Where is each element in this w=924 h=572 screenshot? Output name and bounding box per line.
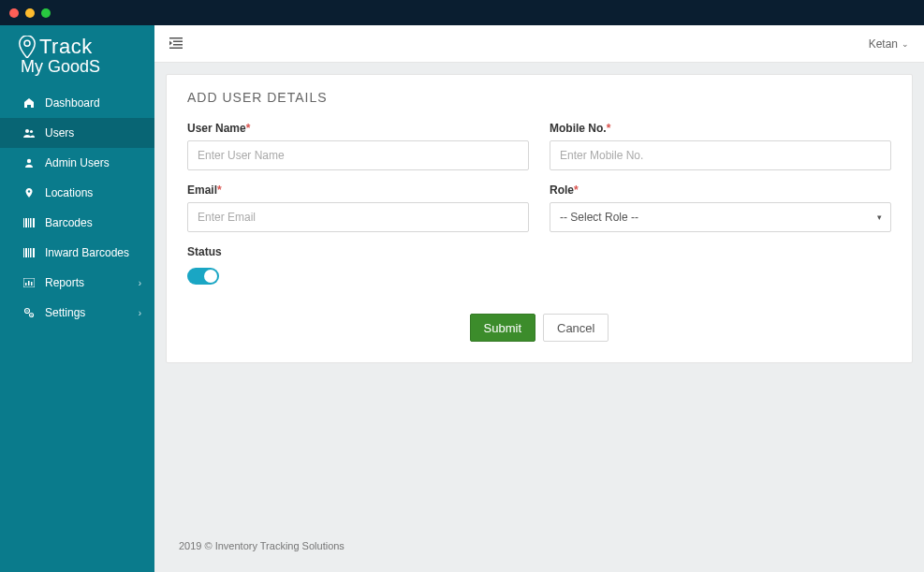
sidebar-item-locations[interactable]: Locations xyxy=(0,178,154,208)
indent-icon xyxy=(169,37,183,49)
barcode-icon xyxy=(22,246,36,259)
logo-text-line2: My GoodS xyxy=(21,57,145,77)
sidebar-item-reports[interactable]: Reports › xyxy=(0,268,154,298)
cancel-button[interactable]: Cancel xyxy=(543,314,609,342)
email-label: Email* xyxy=(187,183,529,197)
user-name: Ketan xyxy=(869,37,898,51)
svg-rect-7 xyxy=(28,218,29,227)
username-input[interactable] xyxy=(187,140,529,170)
window-minimize-icon[interactable] xyxy=(25,8,35,18)
svg-point-20 xyxy=(26,310,28,312)
svg-rect-13 xyxy=(30,248,32,257)
sidebar-item-dashboard[interactable]: Dashboard xyxy=(0,88,154,118)
gears-icon xyxy=(22,306,36,319)
content: ADD USER DETAILS User Name* Mobile No.* xyxy=(154,63,924,572)
svg-point-0 xyxy=(24,40,30,46)
svg-point-2 xyxy=(30,130,33,133)
sidebar-item-label: Reports xyxy=(45,276,84,289)
app-body: Track My GoodS Dashboard Users xyxy=(0,25,924,572)
sidebar-item-label: Settings xyxy=(45,306,85,319)
window-maximize-icon[interactable] xyxy=(41,8,51,18)
pin-icon xyxy=(19,36,36,58)
svg-rect-8 xyxy=(30,218,32,227)
submit-button[interactable]: Submit xyxy=(470,314,535,342)
sidebar-item-inward-barcodes[interactable]: Inward Barcodes xyxy=(0,238,154,268)
svg-rect-26 xyxy=(169,47,183,49)
svg-rect-16 xyxy=(25,283,27,286)
svg-rect-17 xyxy=(28,281,30,286)
role-select[interactable]: -- Select Role -- xyxy=(550,202,891,232)
username-label: User Name* xyxy=(187,122,529,135)
app-logo: Track My GoodS xyxy=(0,25,154,88)
chevron-down-icon: ⌄ xyxy=(902,39,909,49)
mobile-input[interactable] xyxy=(550,140,891,170)
barcode-icon xyxy=(22,216,36,229)
sidebar-item-label: Users xyxy=(45,126,74,139)
svg-rect-12 xyxy=(28,248,29,257)
sidebar-item-admin-users[interactable]: Admin Users xyxy=(0,148,154,178)
svg-rect-9 xyxy=(33,218,35,227)
sidebar-item-barcodes[interactable]: Barcodes xyxy=(0,208,154,238)
sidebar-item-label: Barcodes xyxy=(45,216,93,229)
svg-rect-10 xyxy=(23,248,24,257)
svg-rect-11 xyxy=(25,248,27,257)
chevron-right-icon: › xyxy=(139,308,141,318)
role-label: Role* xyxy=(550,183,891,197)
sidebar-item-label: Admin Users xyxy=(45,156,110,169)
report-icon xyxy=(22,276,36,289)
users-icon xyxy=(22,126,36,139)
email-input[interactable] xyxy=(187,202,529,232)
sidebar: Track My GoodS Dashboard Users xyxy=(0,25,154,572)
page-title: ADD USER DETAILS xyxy=(187,90,891,105)
svg-point-1 xyxy=(25,129,29,133)
app-window: Track My GoodS Dashboard Users xyxy=(0,0,924,572)
svg-point-3 xyxy=(27,159,31,163)
chevron-right-icon: › xyxy=(139,278,141,288)
user-menu[interactable]: Ketan ⌄ xyxy=(869,37,909,51)
mobile-label: Mobile No.* xyxy=(550,122,891,135)
status-label: Status xyxy=(187,245,891,258)
home-icon xyxy=(22,96,36,110)
window-titlebar xyxy=(0,0,924,25)
window-close-icon[interactable] xyxy=(9,8,19,18)
status-toggle[interactable] xyxy=(187,268,219,285)
sidebar-item-label: Locations xyxy=(45,186,93,199)
footer-text: 2019 © Inventory Tracking Solutions xyxy=(166,531,913,561)
svg-point-4 xyxy=(28,190,30,192)
svg-rect-18 xyxy=(31,282,33,286)
user-icon xyxy=(22,156,36,169)
svg-rect-6 xyxy=(25,218,27,227)
sidebar-toggle-button[interactable] xyxy=(169,37,183,51)
topbar: Ketan ⌄ xyxy=(154,25,924,63)
svg-rect-25 xyxy=(173,44,183,46)
main-area: Ketan ⌄ ADD USER DETAILS User Name* xyxy=(154,25,924,572)
svg-rect-23 xyxy=(169,37,183,39)
svg-point-22 xyxy=(31,315,32,315)
sidebar-nav: Dashboard Users Admin Users xyxy=(0,88,154,328)
form-card: ADD USER DETAILS User Name* Mobile No.* xyxy=(166,74,913,363)
svg-rect-14 xyxy=(33,248,35,257)
sidebar-item-label: Inward Barcodes xyxy=(45,246,129,259)
svg-rect-24 xyxy=(173,40,183,42)
location-icon xyxy=(22,186,36,199)
logo-text-line1: Track xyxy=(39,35,93,59)
sidebar-item-settings[interactable]: Settings › xyxy=(0,298,154,328)
sidebar-item-label: Dashboard xyxy=(45,96,100,110)
sidebar-item-users[interactable]: Users xyxy=(0,118,154,148)
svg-rect-5 xyxy=(23,218,24,227)
